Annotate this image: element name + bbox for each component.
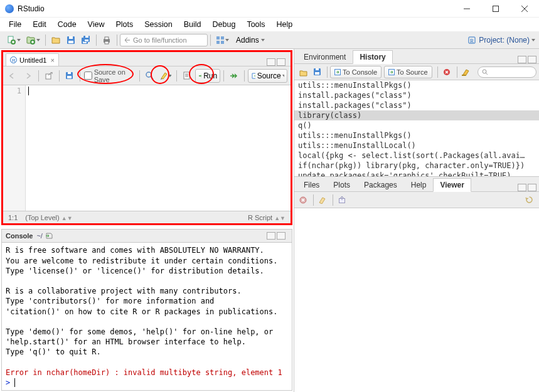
addins-button[interactable]: Addins: [232, 33, 269, 47]
new-file-button[interactable]: [4, 33, 23, 47]
viewer-clear-button[interactable]: [316, 194, 329, 206]
menu-build[interactable]: Build: [179, 19, 206, 30]
svg-rect-27: [46, 74, 51, 79]
tab-history[interactable]: History: [353, 50, 392, 64]
svg-rect-15: [85, 40, 88, 41]
save-history-button[interactable]: [311, 66, 323, 78]
pane-maximize-button[interactable]: [528, 184, 536, 191]
save-all-button[interactable]: [79, 33, 93, 47]
tab-help[interactable]: Help: [404, 177, 434, 191]
svg-rect-17: [105, 37, 109, 40]
viewer-remove-button[interactable]: [297, 194, 309, 206]
history-entry[interactable]: library(class): [294, 110, 539, 120]
pane-minimize-button[interactable]: [518, 56, 526, 63]
pane-maximize-button[interactable]: [277, 232, 286, 240]
history-entry[interactable]: utils:::menuInstallPkgs(): [294, 80, 539, 90]
history-entry[interactable]: install.packages("class"): [294, 90, 539, 100]
svg-rect-35: [316, 68, 319, 70]
menubar: File Edit Code View Plots Session Build …: [0, 18, 539, 31]
menu-code[interactable]: Code: [53, 19, 82, 30]
project-selector[interactable]: R Project: (None): [467, 36, 535, 45]
menu-view[interactable]: View: [83, 19, 110, 30]
menu-file[interactable]: File: [4, 19, 26, 30]
pane-maximize-button[interactable]: [528, 56, 536, 63]
to-console-button[interactable]: To Console: [330, 66, 382, 78]
svg-rect-1: [493, 6, 499, 11]
pane-minimize-button[interactable]: [267, 58, 275, 66]
to-source-button[interactable]: To Source: [384, 66, 432, 78]
new-project-button[interactable]: [24, 33, 42, 47]
svg-point-31: [146, 72, 151, 77]
minimize-button[interactable]: [452, 0, 481, 18]
svg-rect-36: [315, 72, 319, 75]
open-file-button[interactable]: [49, 33, 63, 47]
code-tools-button[interactable]: [158, 69, 173, 83]
load-history-button[interactable]: [297, 66, 309, 78]
menu-tools[interactable]: Tools: [242, 19, 270, 30]
code-editor[interactable]: [26, 85, 291, 211]
nav-forward-button[interactable]: [21, 69, 35, 83]
print-button[interactable]: [100, 33, 114, 47]
source-button[interactable]: Source: [248, 69, 287, 83]
goto-placeholder: Go to file/function: [133, 36, 187, 44]
svg-rect-20: [221, 36, 224, 40]
menu-edit[interactable]: Edit: [28, 19, 51, 30]
console-output[interactable]: R is free software and comes with ABSOLU…: [1, 243, 292, 391]
tab-plots[interactable]: Plots: [326, 177, 357, 191]
goto-file-function-input[interactable]: Go to file/function: [120, 34, 208, 46]
viewer-refresh-button[interactable]: [523, 194, 535, 206]
close-button[interactable]: [510, 0, 539, 18]
history-entry[interactable]: install.packages("class"): [294, 100, 539, 110]
rerun-button[interactable]: [227, 69, 241, 83]
pane-maximize-button[interactable]: [277, 58, 286, 66]
show-in-new-window-button[interactable]: [42, 69, 56, 83]
source-panel: R Untitled1 × Source on: [1, 50, 292, 225]
history-list[interactable]: utils:::menuInstallPkgs()install.package…: [294, 80, 539, 176]
pane-minimize-button[interactable]: [518, 184, 526, 191]
file-type-selector[interactable]: R Script ▲▼: [248, 214, 286, 221]
source-on-save-checkbox[interactable]: Source on Save: [84, 68, 136, 83]
svg-rect-22: [221, 41, 224, 44]
cursor-position: 1:1: [8, 214, 18, 221]
source-tab[interactable]: R Untitled1 ×: [6, 53, 59, 66]
svg-rect-30: [67, 76, 72, 78]
viewer-panel: Files Plots Packages Help Viewer: [294, 177, 539, 392]
save-source-button[interactable]: [63, 69, 77, 83]
history-entry[interactable]: local({pkg <- select.list(sort(.Packages…: [294, 151, 539, 161]
viewer-body: [294, 208, 539, 392]
svg-rect-8: [69, 36, 73, 39]
history-entry[interactable]: utils:::menuInstallPkgs(): [294, 130, 539, 140]
scope-selector[interactable]: (Top Level) ▲▼: [25, 214, 72, 221]
menu-plots[interactable]: Plots: [110, 19, 138, 30]
menu-debug[interactable]: Debug: [208, 19, 241, 30]
tab-packages[interactable]: Packages: [357, 177, 404, 191]
history-entry[interactable]: q(): [294, 120, 539, 130]
pane-minimize-button[interactable]: [267, 232, 275, 240]
remove-entry-button[interactable]: [440, 66, 453, 78]
history-search-input[interactable]: [478, 66, 536, 78]
tab-files[interactable]: Files: [297, 177, 326, 191]
svg-line-32: [151, 77, 153, 79]
tab-environment[interactable]: Environment: [297, 50, 353, 63]
maximize-button[interactable]: [481, 0, 510, 18]
history-panel: Environment History To Console To Source: [294, 49, 539, 177]
menu-session[interactable]: Session: [139, 19, 177, 30]
rstudio-logo-icon: [5, 4, 14, 13]
find-button[interactable]: [143, 69, 157, 83]
nav-back-button[interactable]: [6, 69, 20, 83]
history-entry[interactable]: if(nchar(pkg)) library(pkg, character.on…: [294, 161, 539, 171]
grid-view-button[interactable]: [214, 33, 231, 47]
tab-viewer[interactable]: Viewer: [433, 178, 471, 192]
svg-line-42: [486, 73, 488, 75]
history-entry[interactable]: utils:::menuInstallLocal(): [294, 140, 539, 151]
clear-history-button[interactable]: [460, 66, 472, 78]
compile-report-button[interactable]: [180, 69, 194, 83]
menu-help[interactable]: Help: [272, 19, 298, 30]
run-button[interactable]: Run: [195, 69, 220, 83]
svg-rect-21: [216, 41, 220, 44]
tab-close-icon[interactable]: ×: [50, 56, 54, 64]
history-entry[interactable]: update.packages(ask='graphics',checkBuil…: [294, 171, 539, 176]
save-button[interactable]: [64, 33, 78, 47]
console-path-arrow-icon[interactable]: [45, 233, 53, 239]
viewer-export-button[interactable]: [336, 194, 348, 206]
